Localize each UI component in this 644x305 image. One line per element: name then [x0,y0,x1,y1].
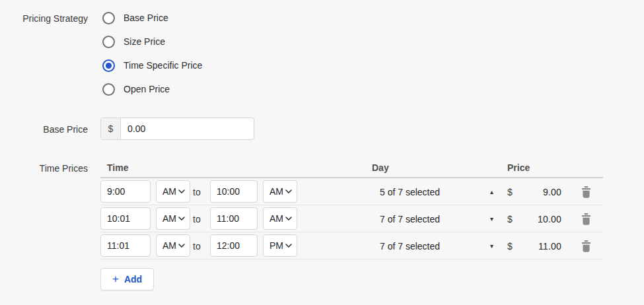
start-time-input[interactable] [100,180,151,203]
to-label: to [193,178,201,205]
plus-icon: + [112,273,119,285]
add-button-label: Add [124,274,142,285]
currency-prefix: $ [101,118,121,139]
radio-option-size-price[interactable]: Size Price [102,30,202,53]
end-meridiem-select[interactable]: AM [263,180,297,203]
add-time-price-button[interactable]: + Add [100,268,154,290]
trash-icon [581,213,591,225]
radio-unselected-icon [102,12,115,24]
radio-option-label: Time Specific Price [124,60,202,71]
pricing-settings-page: Pricing Strategy Base Price Size Price T… [0,0,644,305]
time-price-row: AM to AM 5 of 7 selected ▴ $ 9.00 [100,178,603,205]
end-meridiem-select[interactable]: PM [263,234,297,257]
end-time-input[interactable] [210,180,258,203]
table-header-row: Time Day Price [100,158,603,178]
column-header-price: Price [507,162,530,173]
base-price-label: Base Price [0,124,88,135]
end-time-input[interactable] [210,234,258,257]
end-time-input[interactable] [210,207,258,230]
chevron-down-icon [178,189,185,193]
to-label: to [193,232,201,259]
delete-row-button[interactable] [579,239,593,254]
radio-unselected-icon [102,83,115,96]
caret-down-icon: ▾ [490,216,493,222]
to-label: to [193,205,201,232]
start-meridiem-select[interactable]: AM [156,180,190,203]
day-summary: 5 of 7 selected [380,187,440,197]
pricing-strategy-radio-group: Base Price Size Price Time Specific Pric… [102,6,202,101]
chevron-down-icon [285,244,292,248]
caret-up-icon: ▴ [490,189,493,195]
time-prices-label: Time Prices [0,163,88,174]
base-price-input-group: $ [100,118,254,140]
base-price-input[interactable] [121,118,254,139]
column-header-time: Time [107,162,128,173]
trash-icon [581,240,591,252]
chevron-down-icon [285,189,292,193]
select-value: AM [162,186,176,197]
select-value: PM [269,240,283,251]
time-price-row: AM to AM 7 of 7 selected ▾ $ 10.00 [100,205,603,232]
radio-option-label: Base Price [124,13,168,23]
time-price-row: AM to PM 7 of 7 selected ▾ $ 11.00 [100,232,603,259]
chevron-down-icon [178,244,185,248]
day-summary: 7 of 7 selected [380,241,440,252]
day-multiselect[interactable]: 7 of 7 selected ▾ [372,232,497,259]
column-header-day: Day [372,162,389,173]
select-value: AM [269,213,283,224]
start-meridiem-select[interactable]: AM [156,234,190,257]
day-multiselect[interactable]: 5 of 7 selected ▴ [372,178,497,205]
radio-selected-icon [102,59,115,72]
radio-unselected-icon [102,36,115,48]
delete-row-button[interactable] [579,212,593,226]
radio-option-label: Open Price [124,84,170,94]
start-time-input[interactable] [100,207,151,230]
radio-option-open-price[interactable]: Open Price [102,77,202,101]
start-time-input[interactable] [100,234,151,257]
select-value: AM [162,213,176,224]
radio-option-base-price[interactable]: Base Price [102,6,202,30]
radio-option-label: Size Price [124,36,165,47]
price-value[interactable]: 10.00 [509,205,561,232]
start-meridiem-select[interactable]: AM [156,207,190,230]
chevron-down-icon [285,217,292,220]
pricing-strategy-label: Pricing Strategy [0,13,88,24]
select-value: AM [162,240,176,251]
day-multiselect[interactable]: 7 of 7 selected ▾ [372,205,497,232]
caret-down-icon: ▾ [490,243,493,250]
time-prices-table: Time Day Price AM to AM 5 of 7 selected … [100,158,603,259]
day-summary: 7 of 7 selected [380,214,440,224]
select-value: AM [269,186,283,197]
price-value[interactable]: 9.00 [509,178,561,205]
chevron-down-icon [178,217,185,220]
radio-option-time-specific-price[interactable]: Time Specific Price [102,53,202,77]
price-value[interactable]: 11.00 [509,232,561,259]
trash-icon [581,186,591,198]
end-meridiem-select[interactable]: AM [263,207,297,230]
delete-row-button[interactable] [579,185,593,199]
